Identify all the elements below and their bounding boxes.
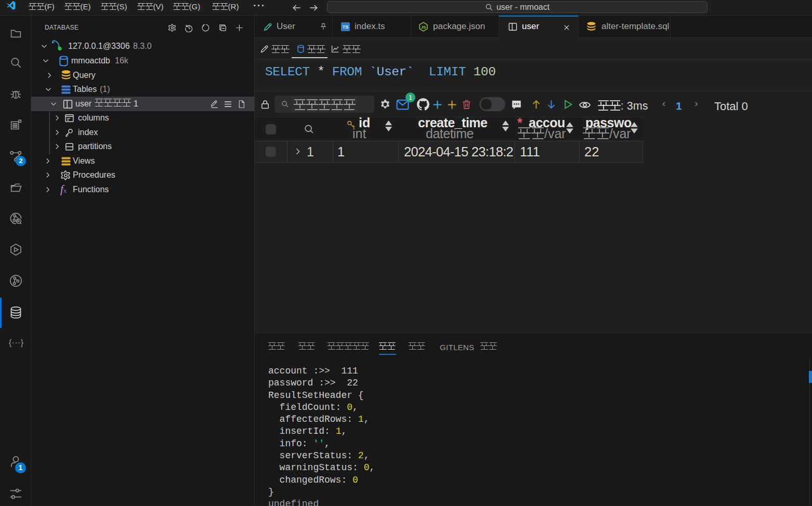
- svg-text:JS: JS: [421, 25, 426, 30]
